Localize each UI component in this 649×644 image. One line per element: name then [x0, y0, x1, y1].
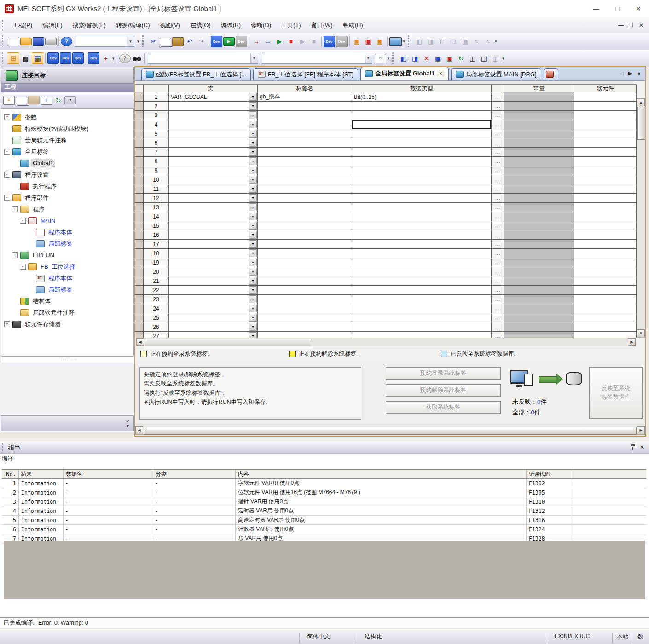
row-number[interactable]: 10 [144, 175, 169, 184]
menu-item[interactable]: 转换/编译(C) [111, 18, 155, 32]
combo-dropdown-icon[interactable]: ▼ [365, 53, 372, 63]
label-name-cell[interactable] [258, 295, 352, 304]
device-cell[interactable] [574, 332, 637, 338]
tree-item-main-body[interactable]: 程序本体 [1, 226, 133, 238]
row-number[interactable]: 3 [144, 111, 169, 120]
label-name-cell[interactable] [258, 166, 352, 175]
label-name-cell[interactable] [258, 240, 352, 249]
tree-item-fb-select[interactable]: - FB_工位选择 [1, 261, 133, 272]
class-dropdown-icon[interactable]: ▼ [249, 121, 257, 128]
tree-item-device-memory[interactable]: + 软元件存储器 [1, 318, 133, 330]
timing-chart-icon[interactable]: ≈ [471, 36, 482, 47]
data-type-cell[interactable] [352, 313, 492, 322]
mdi-restore-button[interactable]: ❐ [626, 21, 636, 30]
close-all-window-icon[interactable]: ◫ [490, 53, 501, 63]
data-type-browse-button[interactable]: ... [492, 194, 504, 203]
tree-expander-icon[interactable]: - [4, 195, 10, 201]
label-name-cell[interactable] [258, 304, 352, 313]
menu-item[interactable]: 搜索/替换(F) [68, 18, 111, 32]
copy-data-icon[interactable] [16, 97, 27, 104]
device-display-off-icon[interactable]: Dev [336, 36, 348, 47]
tree-item-program[interactable]: - 程序 [1, 203, 133, 215]
device-cell[interactable] [574, 148, 637, 157]
row-number[interactable]: 25 [144, 313, 169, 322]
new-data-icon[interactable]: + [3, 96, 15, 105]
edit-delete-row-icon[interactable]: ◨ [410, 53, 420, 63]
label-name-cell[interactable] [258, 175, 352, 184]
label-name-cell[interactable] [258, 138, 352, 148]
data-type-cell[interactable] [352, 138, 492, 148]
data-type-cell[interactable] [352, 322, 492, 332]
data-type-cell[interactable] [352, 276, 492, 286]
class-dropdown-icon[interactable]: ▼ [249, 111, 257, 119]
data-type-browse-button[interactable]: ... [492, 129, 504, 138]
class-dropdown-icon[interactable]: ▼ [249, 222, 257, 230]
class-cell[interactable]: ▼ [169, 212, 258, 221]
device-display-icon[interactable]: Dev [324, 36, 335, 47]
undo-icon[interactable]: ↶ [185, 36, 195, 47]
transfer-setup-icon[interactable]: ▣ [363, 36, 374, 47]
remote-operation-icon[interactable]: ▣ [375, 36, 385, 47]
tree-item-structure[interactable]: 结构体 [1, 295, 133, 307]
device-cell[interactable] [574, 203, 637, 212]
column-header-device[interactable]: 软元件 [574, 84, 637, 92]
class-cell[interactable]: ▼ [169, 276, 258, 286]
column-header-class[interactable]: 类 [169, 84, 258, 92]
row-number[interactable]: 9 [144, 166, 169, 175]
mdi-minimize-button[interactable]: — [616, 21, 626, 30]
tree-expander-icon[interactable]: - [12, 252, 18, 258]
tab-partial[interactable] [544, 68, 558, 80]
cut-icon[interactable]: ✂ [148, 36, 159, 47]
device-cell[interactable] [574, 295, 637, 304]
row-number[interactable]: 26 [144, 322, 169, 332]
device-cell[interactable] [574, 157, 637, 166]
output-row[interactable]: 1 Information - - 字软元件 VAR用 使用0点 F1302 [2, 479, 646, 488]
device-cell[interactable] [574, 249, 637, 258]
label-name-cell[interactable] [258, 120, 352, 129]
data-type-browse-button[interactable]: ... [492, 166, 504, 175]
device-cell[interactable] [574, 286, 637, 295]
output-tab-compile[interactable]: 编译 [2, 455, 13, 463]
label-name-cell[interactable] [258, 313, 352, 322]
data-type-cell[interactable] [352, 295, 492, 304]
device-cell[interactable] [574, 230, 637, 240]
sfc-block2-icon[interactable]: ◨ [425, 36, 436, 47]
tree-item-global-label[interactable]: - 全局标签 [1, 146, 133, 157]
row-number[interactable]: 12 [144, 194, 169, 203]
tree-expander-icon[interactable]: - [4, 172, 10, 178]
mdi-close-button[interactable]: ✕ [636, 21, 646, 30]
device-cell[interactable] [574, 111, 637, 120]
row-number[interactable]: 23 [144, 295, 169, 304]
device-cell[interactable] [574, 304, 637, 313]
class-dropdown-icon[interactable]: ▼ [249, 332, 257, 338]
read-from-plc-icon[interactable]: ← [263, 36, 273, 47]
class-dropdown-icon[interactable]: ▼ [249, 268, 257, 276]
data-type-cell[interactable] [352, 267, 492, 276]
row-number[interactable]: 22 [144, 286, 169, 295]
label-name-cell[interactable] [258, 258, 352, 267]
data-type-browse-button[interactable]: ... [492, 184, 504, 194]
help2-icon[interactable]: ? [119, 54, 131, 63]
tree-item-pou[interactable]: - 程序部件 [1, 192, 133, 203]
tab-close-icon[interactable]: ✕ [437, 70, 444, 77]
menu-item[interactable]: 工程(P) [7, 18, 37, 32]
data-type-browse-button[interactable]: ... [492, 276, 504, 286]
output-row[interactable]: 6 Information - - 计数器 VAR用 使用0点 F1324 [2, 525, 646, 534]
data-type-browse-button[interactable]: ... [492, 249, 504, 258]
tree-item-global1[interactable]: Global1 [1, 157, 133, 169]
device-label-jump2-icon[interactable]: ▣ [444, 53, 455, 63]
data-type-browse-button[interactable]: ... [492, 120, 504, 129]
tab-local-label-setting[interactable]: 局部标签设置 MAIN [PRG] [451, 68, 541, 80]
class-cell[interactable]: ▼ [169, 184, 258, 194]
pin-icon[interactable] [631, 444, 635, 450]
tab-scroll-left-icon[interactable]: ◁ [620, 70, 623, 76]
monitor-pause-icon[interactable]: ▶ [297, 36, 308, 47]
label-name-cell[interactable] [258, 157, 352, 166]
label-name-cell[interactable] [258, 129, 352, 138]
label-name-cell[interactable] [258, 332, 352, 338]
data-type-browse-button[interactable]: ... [492, 102, 504, 111]
window-maximize-button[interactable]: □ [607, 2, 628, 16]
class-cell[interactable]: ▼ [169, 313, 258, 322]
data-type-browse-button[interactable]: ... [492, 212, 504, 221]
data-type-browse-button[interactable]: ... [492, 313, 504, 322]
